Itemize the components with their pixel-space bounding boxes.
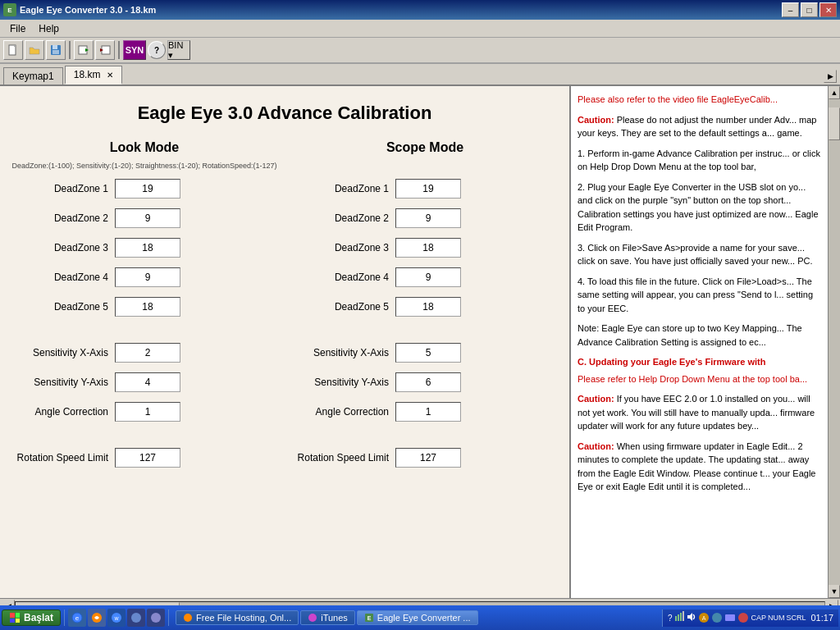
scope-deadzone5-label: DeadZone 5 bbox=[289, 301, 395, 313]
svg-point-19 bbox=[151, 613, 161, 623]
scope-rotspeed-input[interactable] bbox=[395, 448, 461, 468]
svg-rect-27 bbox=[682, 611, 684, 621]
look-deadzone1-input[interactable] bbox=[115, 179, 180, 199]
scope-sensx-row: Sensitivity X-Axis bbox=[289, 340, 561, 365]
export-button[interactable] bbox=[95, 40, 115, 60]
help-caution3: Caution: When using firmware updater in … bbox=[578, 440, 821, 494]
tab-scroll-right[interactable]: ▶ bbox=[824, 70, 837, 83]
new-button[interactable] bbox=[3, 40, 23, 60]
look-deadzone4-input[interactable] bbox=[115, 267, 180, 287]
look-gap2 bbox=[8, 429, 281, 445]
scope-gap bbox=[289, 324, 561, 340]
taskbar-tray: ? A CAP NUM SCRL 01:17 bbox=[662, 609, 838, 627]
tab-18km[interactable]: 18.km ✕ bbox=[65, 66, 122, 84]
look-deadzone2-label: DeadZone 2 bbox=[8, 212, 115, 224]
scope-deadzone4-row: DeadZone 4 bbox=[289, 265, 561, 290]
svg-rect-9 bbox=[10, 613, 15, 618]
itunes-icon bbox=[308, 613, 317, 623]
taskbar-window-firefox-label: Free File Hosting, Onl... bbox=[196, 613, 291, 623]
window-title: Eagle Eye Converter 3.0 - 18.km bbox=[20, 5, 156, 15]
taskbar-quicklaunch: e w bbox=[68, 609, 165, 627]
look-rotspeed-label: Rotation Speed Limit bbox=[8, 452, 115, 463]
scroll-down-button[interactable]: ▼ bbox=[829, 585, 840, 598]
taskbar-sep-1 bbox=[64, 609, 65, 626]
calibration-title: Eagle Eye 3.0 Advance Calibration bbox=[8, 103, 561, 124]
maximize-button[interactable]: □ bbox=[801, 2, 818, 17]
scope-rotspeed-label: Rotation Speed Limit bbox=[289, 452, 395, 463]
scope-deadzone3-input[interactable] bbox=[395, 238, 461, 258]
toolbar-sep-1 bbox=[69, 41, 71, 59]
bin-button[interactable]: BIN ▾ bbox=[167, 40, 190, 60]
quicklaunch-icon-5[interactable] bbox=[147, 609, 165, 627]
tray-network-icon[interactable] bbox=[673, 611, 685, 625]
save-button[interactable] bbox=[46, 40, 66, 60]
look-deadzone2-row: DeadZone 2 bbox=[8, 206, 281, 231]
open-button[interactable] bbox=[25, 40, 44, 60]
quicklaunch-icon-3[interactable]: w bbox=[107, 609, 126, 627]
look-deadzone5-input[interactable] bbox=[115, 297, 180, 317]
scroll-thumb[interactable] bbox=[829, 107, 840, 140]
tray-icons-group[interactable]: A bbox=[698, 612, 749, 623]
eec-icon: E bbox=[364, 613, 374, 623]
tab-keymap1[interactable]: Keymap1 bbox=[3, 67, 63, 84]
left-panel: Eagle Eye 3.0 Advance Calibration Look M… bbox=[0, 86, 569, 598]
look-deadzone1-label: DeadZone 1 bbox=[8, 183, 115, 194]
scope-deadzone4-label: DeadZone 4 bbox=[289, 272, 395, 283]
svg-text:e: e bbox=[75, 614, 80, 622]
close-button[interactable]: ✕ bbox=[819, 2, 837, 17]
look-deadzone3-input[interactable] bbox=[115, 238, 180, 258]
menu-help[interactable]: Help bbox=[32, 21, 66, 36]
scope-sensx-input[interactable] bbox=[395, 343, 461, 363]
help-step1: 1. Perform in-game Advance Calibration p… bbox=[578, 147, 821, 174]
scope-deadzone1-label: DeadZone 1 bbox=[289, 183, 395, 194]
help-btn[interactable]: ? bbox=[148, 41, 166, 59]
scope-sensy-label: Sensitivity Y-Axis bbox=[289, 377, 395, 388]
svg-point-33 bbox=[738, 613, 748, 623]
svg-rect-3 bbox=[52, 45, 57, 49]
scope-deadzone1-row: DeadZone 1 bbox=[289, 176, 561, 201]
look-angle-row: Angle Correction bbox=[8, 399, 281, 424]
scope-deadzone2-input[interactable] bbox=[395, 208, 461, 228]
look-deadzone4-label: DeadZone 4 bbox=[8, 272, 115, 283]
menu-file[interactable]: File bbox=[3, 21, 32, 36]
help-caution1: Caution: Please do not adjust the number… bbox=[578, 113, 821, 140]
scroll-track[interactable] bbox=[829, 99, 840, 585]
import-button[interactable] bbox=[74, 40, 94, 60]
scope-angle-input[interactable] bbox=[395, 402, 461, 422]
quicklaunch-icon-2[interactable] bbox=[88, 609, 106, 627]
tray-help-icon[interactable]: ? bbox=[668, 614, 673, 623]
quicklaunch-icon-1[interactable]: e bbox=[68, 609, 86, 627]
look-rotspeed-input[interactable] bbox=[115, 448, 180, 468]
scope-deadzone5-input[interactable] bbox=[395, 297, 461, 317]
taskbar-window-eec[interactable]: E Eagle Eye Converter ... bbox=[357, 610, 478, 625]
syn-button[interactable]: SYN bbox=[123, 40, 146, 60]
scope-deadzone1-input[interactable] bbox=[395, 179, 461, 199]
menu-bar: File Help bbox=[0, 20, 840, 38]
svg-text:w: w bbox=[114, 615, 120, 621]
scope-deadzone4-input[interactable] bbox=[395, 267, 461, 287]
svg-point-21 bbox=[308, 614, 317, 622]
taskbar-window-firefox[interactable]: Free File Hosting, Onl... bbox=[176, 610, 299, 625]
look-angle-input[interactable] bbox=[115, 402, 180, 422]
minimize-button[interactable]: – bbox=[782, 2, 799, 17]
look-deadzone2-input[interactable] bbox=[115, 208, 180, 228]
keyboard-indicator-num: NUM bbox=[768, 614, 785, 622]
help-section-c: C. Updating your Eagle Eye's Firmware wi… bbox=[578, 355, 821, 369]
taskbar-windows: Free File Hosting, Onl... iTunes E Eagle… bbox=[176, 610, 657, 625]
quicklaunch-icon-4[interactable] bbox=[127, 609, 145, 627]
tab-close-icon[interactable]: ✕ bbox=[107, 71, 113, 80]
tray-sound-icon[interactable] bbox=[687, 612, 696, 624]
toolbar-sep-2 bbox=[118, 41, 120, 59]
svg-rect-26 bbox=[680, 613, 682, 621]
taskbar-window-itunes[interactable]: iTunes bbox=[300, 610, 355, 625]
look-sensx-label: Sensitivity X-Axis bbox=[8, 347, 115, 358]
scroll-up-button[interactable]: ▲ bbox=[829, 86, 840, 99]
tab-bar: Keymap1 18.km ✕ ▶ bbox=[0, 64, 840, 86]
look-sensx-input[interactable] bbox=[115, 343, 180, 363]
look-sensy-input[interactable] bbox=[115, 372, 180, 392]
start-button[interactable]: Başlat bbox=[2, 609, 61, 626]
scope-rotspeed-row: Rotation Speed Limit bbox=[289, 445, 561, 470]
scope-sensy-input[interactable] bbox=[395, 372, 461, 392]
app-icon: E bbox=[3, 3, 16, 16]
look-mode-section: Look Mode DeadZone:(1-100); Sensitivity:… bbox=[8, 140, 281, 475]
